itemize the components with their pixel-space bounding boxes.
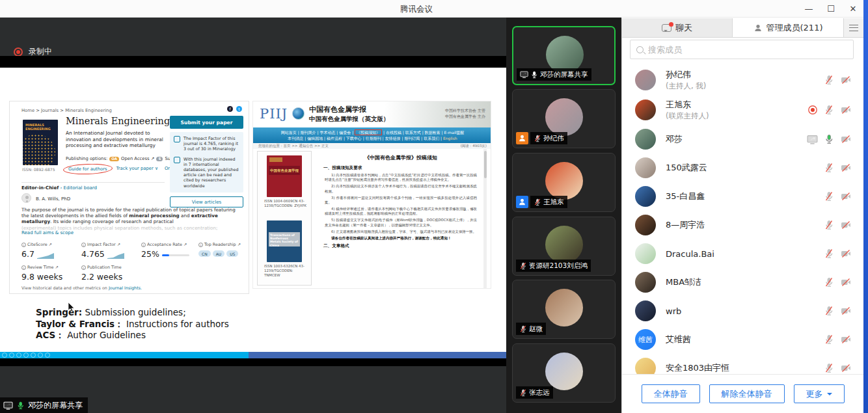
acceptance-rate-value: 25% — [141, 249, 159, 259]
toolbar-dots[interactable] — [2, 353, 50, 358]
more-button[interactable]: 更多 — [794, 384, 845, 403]
camera-muted-icon[interactable] — [840, 248, 852, 259]
member-row[interactable]: 8—周宇浩 — [622, 211, 863, 239]
journal-description: An International Journal devoted to inno… — [66, 130, 165, 149]
info-icon — [198, 243, 203, 247]
mic-muted-icon[interactable] — [824, 334, 834, 345]
camera-muted-icon[interactable] — [840, 134, 852, 144]
cn-nav-bar[interactable]: 网站首页 | 期刊简介 | 学术动态 | 编委会 | 《投稿须知》 | 在线投稿… — [253, 127, 491, 143]
view-articles-button[interactable]: View articles — [170, 196, 243, 207]
member-row[interactable]: 孙纪伟 (主持人, 我) — [622, 65, 863, 95]
facebook-icon[interactable]: f — [227, 106, 233, 112]
screen-share-icon — [807, 134, 818, 145]
citescore-sparkline — [37, 252, 54, 259]
open-access-link[interactable]: Open Access ↗ — [121, 156, 154, 161]
mic-muted-icon[interactable] — [824, 191, 834, 202]
info-icon — [21, 243, 26, 247]
avatar — [635, 186, 656, 207]
mic-muted-icon[interactable] — [824, 163, 834, 173]
camera-muted-icon[interactable] — [840, 306, 852, 316]
tab-chat[interactable]: 聊天 — [622, 18, 733, 37]
impact-factor-label[interactable]: Impact Factor ↗ — [87, 242, 120, 247]
submission-notice-nav-item[interactable]: 《投稿须知》 — [355, 129, 382, 135]
guide-for-authors-link[interactable]: Guide for authors — [66, 166, 110, 172]
cn-doc-item: 6) 正文请将图表按出现顺序插入相应位置，字体、字号、版式请与本刊已发表论文保持… — [325, 230, 477, 234]
participant-name: 赵微 — [529, 325, 543, 334]
member-row[interactable]: 安全1803由宇恒 — [622, 354, 863, 374]
member-row[interactable]: 35-白昌鑫 — [622, 182, 863, 211]
readership-pill: US — [226, 250, 238, 257]
publishing-options-label: Publishing options: — [66, 156, 107, 161]
read-aims-scope-link[interactable]: Read full aims & scope — [21, 230, 74, 235]
mic-muted-icon[interactable] — [824, 75, 834, 85]
breadcrumb[interactable]: Home > Journals > Minerals Engineering — [21, 108, 112, 113]
record-dot-icon — [14, 47, 23, 57]
title-bar: 腾讯会议 — ☐ ✕ — [0, 0, 868, 18]
video-tile[interactable]: 王旭东 — [512, 153, 616, 212]
member-row[interactable]: 150武露云 — [622, 153, 863, 182]
video-tile[interactable]: 张志远 — [512, 343, 616, 403]
acceptance-rate-label[interactable]: Acceptance Rate ↗ — [147, 242, 187, 247]
cn-title: 中国有色金属学报 — [309, 105, 366, 114]
close-button[interactable]: ✕ — [848, 5, 858, 14]
maximize-button[interactable]: ☐ — [826, 5, 835, 14]
issn-label: ISSN: 0892-6875 — [22, 167, 55, 172]
member-name: MBA邹洁 — [666, 276, 701, 288]
video-tile[interactable]: 邓莎的屏幕共享 — [512, 26, 616, 85]
member-row[interactable]: 邓莎 — [622, 125, 863, 153]
tab-manage-members[interactable]: 管理成员(211) — [733, 18, 844, 37]
search-input[interactable] — [648, 45, 830, 55]
camera-muted-icon[interactable] — [840, 163, 852, 173]
mute-all-button[interactable]: 全体静音 — [642, 384, 700, 403]
review-time-label[interactable]: Review Time ↗ — [27, 265, 59, 270]
mic-muted-icon[interactable] — [824, 248, 834, 259]
camera-muted-icon[interactable] — [840, 334, 852, 345]
camera-muted-icon[interactable] — [840, 191, 852, 202]
mic-on-icon[interactable] — [824, 134, 834, 144]
cn-page-scrollbar[interactable] — [483, 149, 487, 289]
mic-muted-icon[interactable] — [824, 363, 834, 373]
editorial-board-link[interactable]: › Editorial board — [61, 185, 97, 191]
journal-insights-link[interactable]: Journal Insights. — [109, 286, 142, 291]
member-row[interactable]: wrb — [622, 297, 863, 325]
member-row[interactable]: MBA邹洁 — [622, 268, 863, 297]
journal-cover-image: MINERALS ENGINEERING — [23, 120, 58, 165]
camera-muted-icon[interactable] — [840, 220, 852, 230]
video-tile[interactable]: 赵微 — [512, 280, 616, 339]
member-search-box[interactable] — [630, 40, 854, 59]
camera-muted-icon[interactable] — [840, 277, 852, 287]
cn-doc-item: 1) 向本刊投稿请登录本刊网站，点击“中文投稿系统”栏目进行中文在线投稿。作者第… — [325, 173, 477, 183]
track-paper-link[interactable]: Track your paper ∨ — [116, 166, 158, 172]
english-nav-item[interactable]: English — [443, 136, 457, 140]
citescore-label[interactable]: CiteScore ↗ — [27, 242, 52, 247]
avatar — [635, 70, 656, 90]
video-tile[interactable]: 资源研2103刘启鸿 — [512, 217, 616, 276]
cn-cover-blue-meta: ISSN 1003-6326CN 43-1239/TGCODEN: TNMCEW — [264, 264, 310, 278]
video-tile[interactable]: 孙纪伟 — [512, 89, 616, 148]
avatar — [545, 226, 583, 263]
camera-muted-icon[interactable] — [840, 75, 852, 85]
member-row[interactable]: 王旭东 (联席主持人) — [622, 95, 863, 125]
submit-paper-button[interactable]: Submit your paper — [170, 116, 243, 129]
mic-muted-icon — [534, 135, 541, 142]
member-row[interactable]: Dracula.Bai — [622, 239, 863, 268]
mic-muted-icon[interactable] — [824, 105, 834, 115]
mic-muted-icon[interactable] — [824, 277, 834, 287]
twitter-icon[interactable]: t — [236, 106, 242, 112]
acceptance-bar — [162, 254, 189, 256]
avatar — [635, 215, 656, 235]
minimize-button[interactable]: — — [804, 5, 813, 14]
mic-muted-icon[interactable] — [824, 306, 834, 316]
window-title: 腾讯会议 — [364, 0, 468, 18]
cn-doc-section1: 一、投稿须知及要求 — [323, 165, 478, 171]
panel-menu-button[interactable] — [844, 18, 863, 37]
publication-time-label[interactable]: Publication Time — [87, 265, 122, 270]
mic-muted-icon[interactable] — [824, 220, 834, 230]
camera-muted-icon[interactable] — [840, 363, 852, 373]
camera-muted-icon[interactable] — [840, 105, 852, 115]
member-row[interactable]: 维茜 艾维茜 — [622, 325, 863, 354]
presentation-progress-bar — [0, 352, 506, 358]
cn-doc-item: 2) 向本刊投稿的论文不得涉及个人学术不端行为，投稿前请自行送交至学术不端文献检… — [325, 184, 477, 194]
top-readership-label[interactable]: Top Readership ↗ — [204, 242, 241, 247]
unmute-all-button[interactable]: 解除全体静音 — [709, 384, 785, 403]
